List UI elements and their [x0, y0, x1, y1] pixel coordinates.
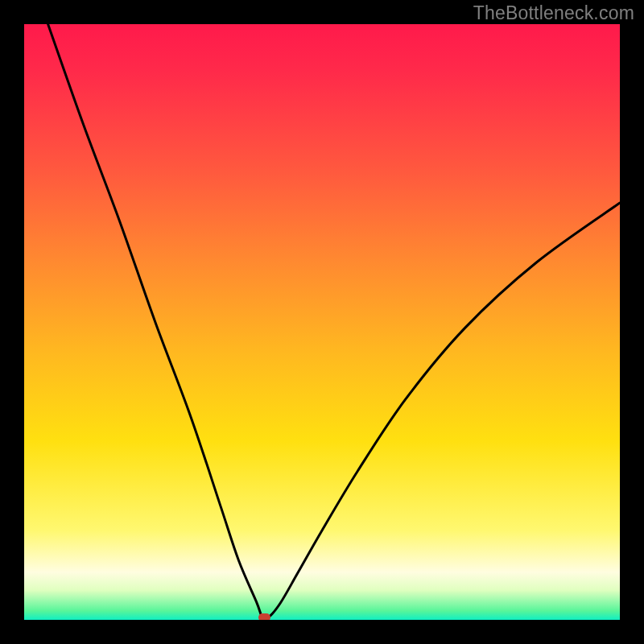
chart-curve — [24, 24, 620, 620]
plot-area — [24, 24, 620, 620]
watermark-text: TheBottleneck.com — [473, 2, 634, 24]
chart-frame: TheBottleneck.com — [0, 0, 644, 644]
optimal-marker — [258, 613, 270, 620]
bottleneck-curve — [48, 24, 620, 619]
